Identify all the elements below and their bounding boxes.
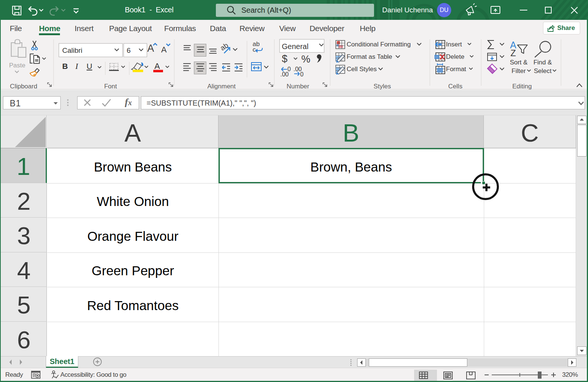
svg-text:Z: Z	[510, 48, 516, 58]
